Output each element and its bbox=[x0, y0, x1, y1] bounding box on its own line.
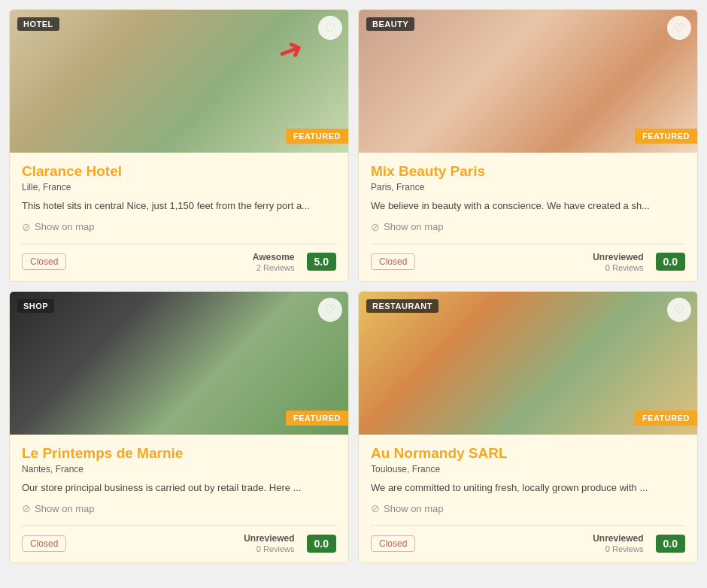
rating-label-clarance-hotel: Awesome bbox=[253, 252, 295, 262]
map-icon-mix-beauty-paris: ⊘ bbox=[371, 221, 380, 233]
featured-badge-clarance-hotel: FEATURED bbox=[286, 129, 348, 144]
card-image-le-printemps-de-marnie: SHOP ♡ FEATURED bbox=[10, 292, 348, 435]
map-icon-au-normandy-sarl: ⊘ bbox=[371, 502, 380, 514]
card-image-mix-beauty-paris: BEAUTY ♡ FEATURED bbox=[359, 10, 697, 153]
show-on-map-label-au-normandy-sarl: Show on map bbox=[384, 503, 444, 514]
category-badge-le-printemps-de-marnie: SHOP bbox=[17, 299, 54, 313]
featured-badge-mix-beauty-paris: FEATURED bbox=[635, 129, 697, 144]
map-icon-clarance-hotel: ⊘ bbox=[22, 221, 31, 233]
show-on-map-mix-beauty-paris[interactable]: ⊘ Show on map bbox=[371, 221, 685, 233]
rating-section-au-normandy-sarl: Unreviewed 0 Reviews 0.0 bbox=[593, 533, 685, 553]
rating-score-au-normandy-sarl: 0.0 bbox=[656, 535, 685, 553]
card-body-le-printemps-de-marnie: Le Printemps de Marnie Nantes, France Ou… bbox=[10, 435, 348, 563]
card-body-mix-beauty-paris: Mix Beauty Paris Paris, France We believ… bbox=[359, 153, 697, 281]
status-badge-au-normandy-sarl: Closed bbox=[371, 535, 415, 552]
card-title-au-normandy-sarl: Au Normandy SARL bbox=[371, 445, 685, 462]
card-image-clarance-hotel: HOTEL ♡ ➜ FEATURED bbox=[10, 10, 348, 153]
rating-score-le-printemps-de-marnie: 0.0 bbox=[307, 535, 336, 553]
show-on-map-label-le-printemps-de-marnie: Show on map bbox=[35, 503, 95, 514]
review-count-au-normandy-sarl: 0 Reviews bbox=[605, 544, 644, 553]
card-body-au-normandy-sarl: Au Normandy SARL Toulouse, France We are… bbox=[359, 435, 697, 563]
status-badge-mix-beauty-paris: Closed bbox=[371, 253, 415, 270]
listing-card-clarance-hotel: HOTEL ♡ ➜ FEATURED Clarance Hotel Lille,… bbox=[9, 9, 349, 282]
status-badge-le-printemps-de-marnie: Closed bbox=[22, 535, 66, 552]
card-image-au-normandy-sarl: RESTAURANT ♡ FEATURED bbox=[359, 292, 697, 435]
category-badge-clarance-hotel: HOTEL bbox=[17, 17, 59, 31]
show-on-map-le-printemps-de-marnie[interactable]: ⊘ Show on map bbox=[22, 502, 336, 514]
card-footer-le-printemps-de-marnie: Closed Unreviewed 0 Reviews 0.0 bbox=[22, 525, 336, 553]
category-badge-au-normandy-sarl: RESTAURANT bbox=[366, 299, 438, 313]
rating-info-mix-beauty-paris: Unreviewed 0 Reviews bbox=[593, 252, 643, 272]
show-on-map-label-mix-beauty-paris: Show on map bbox=[384, 221, 444, 232]
card-title-mix-beauty-paris: Mix Beauty Paris bbox=[371, 163, 685, 180]
rating-score-clarance-hotel: 5.0 bbox=[307, 253, 336, 271]
card-location-mix-beauty-paris: Paris, France bbox=[371, 182, 685, 192]
rating-info-au-normandy-sarl: Unreviewed 0 Reviews bbox=[593, 533, 643, 553]
review-count-mix-beauty-paris: 0 Reviews bbox=[605, 263, 644, 272]
arrow-decoration: ➜ bbox=[272, 29, 308, 71]
rating-section-clarance-hotel: Awesome 2 Reviews 5.0 bbox=[253, 252, 336, 272]
card-location-au-normandy-sarl: Toulouse, France bbox=[371, 464, 685, 474]
show-on-map-clarance-hotel[interactable]: ⊘ Show on map bbox=[22, 221, 336, 233]
card-footer-mix-beauty-paris: Closed Unreviewed 0 Reviews 0.0 bbox=[371, 244, 685, 272]
card-footer-au-normandy-sarl: Closed Unreviewed 0 Reviews 0.0 bbox=[371, 525, 685, 553]
review-count-le-printemps-de-marnie: 0 Reviews bbox=[256, 544, 295, 553]
rating-label-le-printemps-de-marnie: Unreviewed bbox=[244, 533, 294, 544]
featured-badge-le-printemps-de-marnie: FEATURED bbox=[286, 411, 348, 426]
card-body-clarance-hotel: Clarance Hotel Lille, France This hotel … bbox=[10, 153, 348, 281]
rating-section-mix-beauty-paris: Unreviewed 0 Reviews 0.0 bbox=[593, 252, 685, 272]
featured-badge-au-normandy-sarl: FEATURED bbox=[635, 411, 697, 426]
card-description-le-printemps-de-marnie: Our store principal business is carried … bbox=[22, 480, 336, 496]
card-description-clarance-hotel: This hotel sits in central Nice, just 1,… bbox=[22, 199, 336, 214]
card-location-clarance-hotel: Lille, France bbox=[22, 182, 336, 192]
favorite-button-clarance-hotel[interactable]: ♡ bbox=[318, 16, 342, 40]
review-count-clarance-hotel: 2 Reviews bbox=[256, 263, 295, 272]
favorite-button-le-printemps-de-marnie[interactable]: ♡ bbox=[318, 298, 342, 322]
favorite-button-au-normandy-sarl[interactable]: ♡ bbox=[667, 298, 691, 322]
rating-info-clarance-hotel: Awesome 2 Reviews bbox=[253, 252, 295, 272]
card-description-mix-beauty-paris: We believe in beauty with a conscience. … bbox=[371, 199, 685, 214]
map-icon-le-printemps-de-marnie: ⊘ bbox=[22, 502, 31, 514]
rating-label-mix-beauty-paris: Unreviewed bbox=[593, 252, 643, 262]
card-title-clarance-hotel: Clarance Hotel bbox=[22, 163, 336, 180]
listing-card-au-normandy-sarl: RESTAURANT ♡ FEATURED Au Normandy SARL T… bbox=[358, 291, 698, 564]
listing-grid: HOTEL ♡ ➜ FEATURED Clarance Hotel Lille,… bbox=[0, 0, 707, 572]
rating-score-mix-beauty-paris: 0.0 bbox=[656, 253, 685, 271]
card-title-le-printemps-de-marnie: Le Printemps de Marnie bbox=[22, 445, 336, 462]
card-footer-clarance-hotel: Closed Awesome 2 Reviews 5.0 bbox=[22, 244, 336, 272]
rating-info-le-printemps-de-marnie: Unreviewed 0 Reviews bbox=[244, 533, 294, 553]
card-description-au-normandy-sarl: We are committed to uniting fresh, local… bbox=[371, 480, 685, 496]
card-location-le-printemps-de-marnie: Nantes, France bbox=[22, 464, 336, 474]
status-badge-clarance-hotel: Closed bbox=[22, 253, 66, 270]
show-on-map-label-clarance-hotel: Show on map bbox=[35, 221, 95, 232]
rating-section-le-printemps-de-marnie: Unreviewed 0 Reviews 0.0 bbox=[244, 533, 336, 553]
listing-card-mix-beauty-paris: BEAUTY ♡ FEATURED Mix Beauty Paris Paris… bbox=[358, 9, 698, 282]
rating-label-au-normandy-sarl: Unreviewed bbox=[593, 533, 643, 544]
show-on-map-au-normandy-sarl[interactable]: ⊘ Show on map bbox=[371, 502, 685, 514]
listing-card-le-printemps-de-marnie: SHOP ♡ FEATURED Le Printemps de Marnie N… bbox=[9, 291, 349, 564]
category-badge-mix-beauty-paris: BEAUTY bbox=[366, 17, 414, 31]
favorite-button-mix-beauty-paris[interactable]: ♡ bbox=[667, 16, 691, 40]
